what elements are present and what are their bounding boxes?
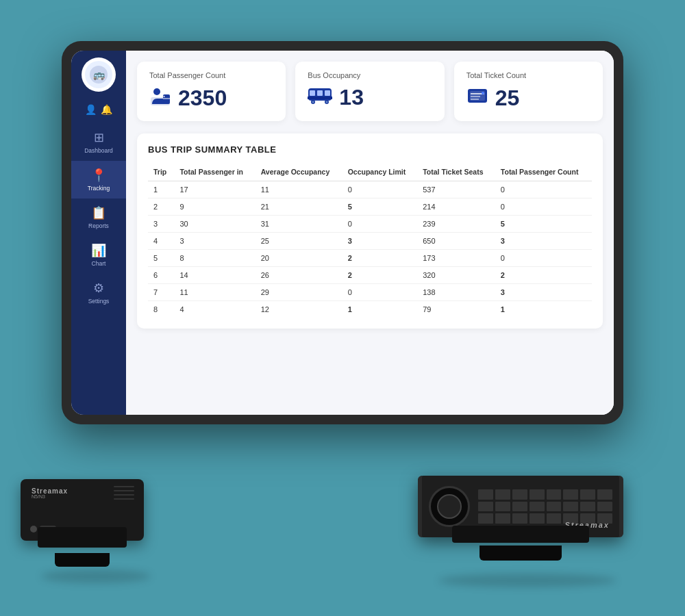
table-cell-4-2: 20 (256, 250, 342, 267)
svg-text:🚌: 🚌 (93, 69, 105, 81)
sidebar-label-settings: Settings (88, 298, 110, 305)
main-content: Total Passenger Count (126, 51, 614, 415)
table-row: 432536503 (148, 233, 592, 250)
svg-point-3 (153, 88, 160, 95)
table-cell-2-4: 239 (417, 216, 495, 233)
table-cell-5-0: 6 (148, 267, 174, 284)
table-cell-4-5: 0 (495, 250, 592, 267)
col-ticket-seats: Total Ticket Seats (417, 163, 495, 181)
stat-value-row-occupancy: 13 (308, 85, 432, 110)
stat-card-passenger: Total Passenger Count (137, 62, 286, 121)
table-cell-0-0: 1 (148, 181, 174, 198)
table-cell-2-0: 3 (148, 216, 174, 233)
svg-point-21 (482, 92, 484, 94)
camera-side-left (418, 476, 422, 537)
bus-trip-table: Trip Total Passenger in Average Occupanc… (148, 163, 592, 318)
camera-bracket (480, 546, 562, 561)
table-cell-6-3: 0 (342, 284, 418, 301)
table-cell-6-5: 3 (495, 284, 592, 301)
stat-value-row-ticket: 25 (466, 85, 590, 112)
sidebar-label-chart: Chart (92, 260, 106, 267)
col-trip: Trip (148, 163, 174, 181)
table-cell-4-1: 8 (174, 250, 255, 267)
table-row: 292152140 (148, 198, 592, 216)
stat-card-ticket: Total Ticket Count (454, 62, 603, 121)
table-cell-1-4: 214 (417, 198, 495, 216)
table-cell-5-3: 2 (342, 267, 418, 284)
device-camera: Streamax (418, 476, 630, 578)
sidebar-item-settings[interactable]: ⚙ Settings (71, 274, 126, 311)
table-cell-7-2: 12 (256, 301, 342, 318)
stat-value-passenger: 2350 (178, 86, 227, 111)
settings-icon: ⚙ (93, 281, 104, 296)
user-icon: 👤 (85, 104, 97, 115)
sidebar-item-dashboard[interactable]: ⊞ Dashboard (71, 123, 126, 161)
table-cell-2-2: 31 (256, 216, 342, 233)
passenger-icon (149, 85, 171, 112)
table-row: 6142623202 (148, 267, 592, 284)
table-cell-3-3: 3 (342, 233, 418, 250)
table-cell-1-2: 21 (256, 198, 342, 216)
stat-label-passenger: Total Passenger Count (149, 71, 273, 79)
table-title: BUS TRIP SUMMARY TABLE (148, 144, 592, 155)
svg-rect-9 (317, 90, 323, 96)
stat-card-occupancy: Bus Occupancy (295, 62, 444, 121)
table-section: BUS TRIP SUMMARY TABLE Trip Total Passen… (137, 133, 603, 329)
camera-lens (429, 486, 470, 527)
camera-mount (452, 526, 589, 543)
stat-label-occupancy: Bus Occupancy (308, 71, 432, 79)
table-cell-5-1: 14 (174, 267, 255, 284)
ticket-icon (466, 85, 488, 112)
recorder-bracket (55, 553, 110, 567)
sidebar-label-reports: Reports (88, 222, 109, 229)
stat-value-occupancy: 13 (339, 85, 364, 110)
table-row: 3303102395 (148, 216, 592, 233)
stat-value-row-passenger: 2350 (149, 85, 273, 112)
svg-point-15 (326, 101, 328, 103)
table-cell-4-4: 173 (417, 250, 495, 267)
app-logo: 🚌 (82, 57, 116, 92)
table-row: 84121791 (148, 301, 592, 318)
table-cell-6-4: 138 (417, 284, 495, 301)
table-cell-7-0: 8 (148, 301, 174, 318)
svg-rect-8 (310, 90, 315, 96)
recorder-vents (114, 486, 134, 500)
sidebar-label-tracking: Tracking (88, 185, 110, 192)
table-cell-7-5: 1 (495, 301, 592, 318)
camera-side-right (619, 476, 623, 537)
recorder-body: Streamax N5/N3 (21, 479, 144, 541)
device-recorder: Streamax N5/N3 (21, 479, 158, 575)
sidebar: 🚌 👤 🔔 ⊞ Dashboard 📍 Tracking 📋 Report (71, 51, 126, 415)
table-cell-7-4: 79 (417, 301, 495, 318)
table-cell-0-3: 0 (342, 181, 418, 198)
camera-lens-inner (437, 494, 462, 519)
svg-point-6 (164, 96, 165, 97)
dashboard-icon: ⊞ (94, 130, 104, 145)
table-cell-7-1: 4 (174, 301, 255, 318)
tablet-screen: 🚌 👤 🔔 ⊞ Dashboard 📍 Tracking 📋 Report (71, 51, 614, 415)
sidebar-item-chart[interactable]: 📊 Chart (71, 236, 126, 274)
table-cell-3-2: 25 (256, 233, 342, 250)
table-cell-0-5: 0 (495, 181, 592, 198)
reports-icon: 📋 (91, 205, 106, 220)
table-cell-4-0: 5 (148, 250, 174, 267)
table-cell-2-5: 5 (495, 216, 592, 233)
table-cell-3-5: 3 (495, 233, 592, 250)
sidebar-item-reports[interactable]: 📋 Reports (71, 198, 126, 236)
table-cell-3-4: 650 (417, 233, 495, 250)
table-cell-1-0: 2 (148, 198, 174, 216)
table-cell-0-2: 11 (256, 181, 342, 198)
stats-row: Total Passenger Count (137, 62, 603, 121)
table-header-row: Trip Total Passenger in Average Occupanc… (148, 163, 592, 181)
table-row: 1171105370 (148, 181, 592, 198)
sidebar-item-tracking[interactable]: 📍 Tracking (71, 161, 126, 198)
table-cell-7-3: 1 (342, 301, 418, 318)
table-cell-6-2: 29 (256, 284, 342, 301)
table-cell-4-3: 2 (342, 250, 418, 267)
table-cell-2-3: 0 (342, 216, 418, 233)
chart-icon: 📊 (91, 243, 106, 258)
table-cell-3-1: 3 (174, 233, 255, 250)
table-cell-1-3: 5 (342, 198, 418, 216)
table-cell-0-4: 537 (417, 181, 495, 198)
svg-point-14 (312, 101, 314, 103)
